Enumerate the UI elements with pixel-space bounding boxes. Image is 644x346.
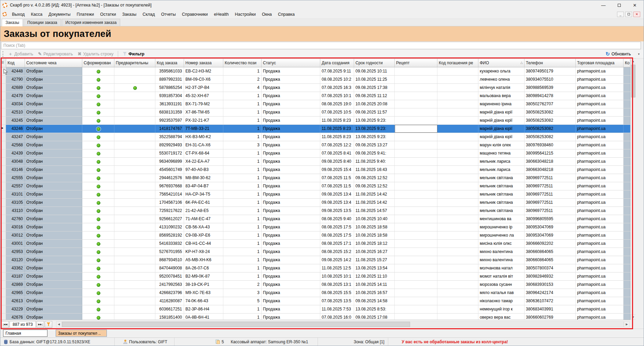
- cell-phone[interactable]: 380663048218: [524, 158, 576, 165]
- cell-status[interactable]: Продажа: [262, 256, 320, 264]
- mdi-close-button[interactable]: ✕: [633, 12, 640, 17]
- cell-ko[interactable]: [624, 314, 630, 320]
- cell-quantity[interactable]: 1: [223, 231, 262, 239]
- cell-formed-dot[interactable]: [82, 190, 114, 198]
- table-row[interactable]: 43187 Отобран 9520078451 B2-M9-0K-87 1 П…: [0, 272, 630, 281]
- cell-phone[interactable]: 380974950179: [524, 67, 576, 75]
- cell-platform[interactable]: pharmapoint.ua: [576, 264, 624, 272]
- cell-platform[interactable]: pharmapoint.ua: [576, 117, 624, 124]
- cell-code[interactable]: 42790: [6, 76, 25, 83]
- cell-order-number[interactable]: 7T-MB-33-21: [184, 125, 223, 133]
- cell-formed-dot[interactable]: [82, 199, 114, 207]
- last-record-button[interactable]: ▶▶|: [37, 321, 44, 328]
- cell-order-code[interactable]: 4131090232: [155, 223, 184, 231]
- cell-check-state[interactable]: Отобран: [25, 190, 82, 198]
- cell-expiry-date[interactable]: 11.08.2025 16:43: [354, 166, 395, 174]
- cell-preliminary-dot[interactable]: [114, 92, 155, 100]
- cell-quantity[interactable]: 1: [223, 190, 262, 198]
- cell-platform[interactable]: pharmapoint.ua: [576, 256, 624, 264]
- row-indicator[interactable]: [0, 190, 6, 198]
- scroll-down-icon[interactable]: ▼: [631, 314, 636, 320]
- cell-phone[interactable]: 380508253082: [524, 117, 576, 124]
- cell-created-date[interactable]: 07.08.2025 11:5: [320, 174, 354, 182]
- cell-order-code[interactable]: 8897992331: [155, 76, 184, 83]
- cell-formed-dot[interactable]: [82, 158, 114, 165]
- grid-column-header[interactable]: Дата создания △: [320, 59, 354, 67]
- cell-fio[interactable]: мельник світлана: [478, 182, 524, 190]
- cell-redeem-code[interactable]: [437, 125, 478, 133]
- cell-order-code[interactable]: 9256612027: [155, 215, 184, 223]
- cell-code[interactable]: 43229: [6, 305, 25, 313]
- cell-expiry-date[interactable]: 10.08.2025 14:11: [354, 281, 395, 289]
- cell-status[interactable]: Продажа: [262, 190, 320, 198]
- cell-code[interactable]: 42448: [6, 67, 25, 75]
- row-indicator[interactable]: [0, 305, 6, 313]
- cell-created-date[interactable]: 09.08.2025 13:4: [320, 199, 354, 207]
- menu-item[interactable]: Заказы: [119, 11, 140, 18]
- cell-order-code[interactable]: 3522588794: [155, 133, 184, 141]
- cell-expiry-date[interactable]: 09.08.2025 17:08: [354, 314, 395, 320]
- cell-order-number[interactable]: X4-22-EA-A7: [184, 158, 223, 165]
- cell-created-date[interactable]: 10.08.2025 10:1: [320, 272, 354, 280]
- cell-preliminary-dot[interactable]: [114, 149, 155, 157]
- cell-preliminary-dot[interactable]: [114, 223, 155, 231]
- cell-redeem-code[interactable]: [437, 84, 478, 92]
- cell-recipe[interactable]: [395, 240, 437, 248]
- cell-created-date[interactable]: 11.08.2025 8:23: [320, 125, 354, 133]
- cell-formed-dot[interactable]: [82, 256, 114, 264]
- cell-preliminary-dot[interactable]: [114, 207, 155, 215]
- grid-column-header[interactable]: △: [0, 59, 6, 67]
- cell-recipe[interactable]: [395, 182, 437, 190]
- cell-created-date[interactable]: 07.08.2025 12:2: [320, 141, 354, 149]
- cell-created-date[interactable]: 07.08.2025 10:1: [320, 92, 354, 100]
- cell-redeem-code[interactable]: [437, 92, 478, 100]
- cell-ko[interactable]: [624, 133, 630, 141]
- cell-expiry-date[interactable]: 09.08.2025 13:27: [354, 141, 395, 149]
- cell-check-state[interactable]: Отобран: [25, 314, 82, 320]
- cell-order-number[interactable]: C9-0B-XP-E6: [184, 231, 223, 239]
- cell-ko[interactable]: [624, 297, 630, 305]
- cell-fio[interactable]: михно валентина: [478, 248, 524, 256]
- table-row[interactable]: 42479 Отобран 9391857304 45-32-XH-67 1 П…: [0, 92, 630, 100]
- cell-ko[interactable]: [624, 174, 630, 182]
- cell-preliminary-dot[interactable]: [114, 240, 155, 248]
- cell-formed-dot[interactable]: [82, 133, 114, 141]
- cell-order-number[interactable]: 8A-26-07-C6: [184, 264, 223, 272]
- cell-recipe[interactable]: [395, 215, 437, 223]
- cell-check-state[interactable]: Отобран: [25, 272, 82, 280]
- cell-ko[interactable]: [624, 166, 630, 174]
- cell-redeem-code[interactable]: [437, 199, 478, 207]
- cell-order-code[interactable]: 5530719172: [155, 149, 184, 157]
- cell-status[interactable]: Продажа: [262, 67, 320, 75]
- cell-code[interactable]: 43105: [6, 199, 25, 207]
- cell-phone[interactable]: 380502762707: [524, 100, 576, 108]
- cell-code[interactable]: 43245: [6, 117, 25, 124]
- cell-order-code[interactable]: 4545601749: [155, 166, 184, 174]
- row-indicator[interactable]: [0, 133, 6, 141]
- cell-recipe[interactable]: [395, 158, 437, 165]
- table-row[interactable]: 42689 Отобран 5878865254 H2-3T-2P-B4 4 П…: [0, 84, 630, 92]
- cell-code[interactable]: 42689: [6, 84, 25, 92]
- cell-quantity[interactable]: 1: [223, 158, 262, 165]
- cell-fio[interactable]: мисіна юлія олкс: [478, 240, 524, 248]
- cell-check-state[interactable]: Отобран: [25, 215, 82, 223]
- cell-preliminary-dot[interactable]: [114, 190, 155, 198]
- cell-order-number[interactable]: HA-CP-34-T5: [184, 190, 223, 198]
- cell-status[interactable]: Продажа: [262, 166, 320, 174]
- cell-phone[interactable]: 380660864065: [524, 248, 576, 256]
- menu-item[interactable]: eHealth: [211, 11, 232, 18]
- cell-check-state[interactable]: Отобран: [25, 141, 82, 149]
- cell-created-date[interactable]: 09.08.2025 15:4: [320, 166, 354, 174]
- cell-order-number[interactable]: CB-H1-CC-44: [184, 240, 223, 248]
- cell-redeem-code[interactable]: [437, 141, 478, 149]
- cell-formed-dot[interactable]: [82, 223, 114, 231]
- cell-status[interactable]: Продажа: [262, 314, 320, 320]
- cell-recipe[interactable]: [395, 289, 437, 297]
- menu-item[interactable]: Настройки: [232, 11, 259, 18]
- cell-expiry-date[interactable]: 09.08.2025 11:57: [354, 108, 395, 116]
- row-indicator[interactable]: [0, 149, 6, 157]
- cell-redeem-code[interactable]: [437, 272, 478, 280]
- cell-recipe[interactable]: [395, 248, 437, 256]
- cell-ko[interactable]: [624, 108, 630, 116]
- cell-recipe[interactable]: [395, 223, 437, 231]
